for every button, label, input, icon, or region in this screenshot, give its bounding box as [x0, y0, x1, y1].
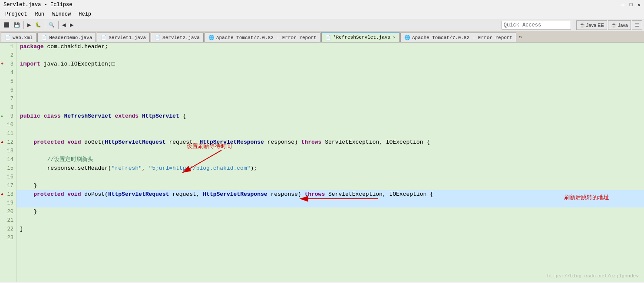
line-9: ◆ 9: [0, 112, 16, 121]
close-button[interactable]: ✕: [637, 2, 641, 8]
line-19: 19: [0, 199, 16, 207]
code-line-6: [17, 86, 644, 95]
code-line-2: [17, 51, 644, 60]
tab-header-demo[interactable]: 📄 HeaderDemo.java: [37, 33, 96, 42]
code-line-7: [17, 95, 644, 103]
tab-servlet2[interactable]: 📄 Servlet2.java: [151, 33, 204, 42]
java-label: Java: [618, 23, 628, 28]
minimize-button[interactable]: —: [621, 2, 624, 8]
tab-tomcat-error2[interactable]: 🌐 Apache Tomcat/7.0.82 - Error report: [400, 33, 516, 42]
tab-overflow-button[interactable]: »: [517, 34, 524, 40]
line-4: 4: [0, 69, 16, 77]
quick-access-box[interactable]: Quick Access: [502, 21, 571, 30]
code-line-8: [17, 103, 644, 112]
tab-bar: 📄 web.xml 📄 HeaderDemo.java 📄 Servlet1.j…: [0, 31, 644, 43]
code-line-23: [17, 234, 644, 242]
title-bar: Servlet.java - Eclipse — □ ✕: [0, 0, 644, 10]
javaee-icon: ☕: [579, 22, 585, 28]
menu-help[interactable]: Help: [75, 10, 95, 18]
javaee-label: Java EE: [586, 23, 604, 28]
code-line-15: response.setHeader("refresh", "5;url=htt…: [17, 164, 644, 173]
tab-icon: 📄: [101, 35, 107, 40]
line-12: ▲ 12: [0, 138, 16, 147]
tab-label: Servlet2.java: [162, 35, 200, 40]
line-8: 8: [0, 103, 16, 112]
menu-project[interactable]: Project: [2, 10, 30, 18]
code-line-1: package com.chakid.header;: [17, 43, 644, 51]
line-16: 16: [0, 173, 16, 181]
code-line-5: [17, 77, 644, 86]
line-1: 1: [0, 43, 16, 51]
tab-close-icon[interactable]: ✕: [393, 35, 396, 40]
tab-label: web.xml: [13, 35, 33, 40]
window-controls: — □ ✕: [621, 2, 641, 8]
tab-label: Apache Tomcat/7.0.82 - Error report: [216, 35, 317, 40]
code-line-13: [17, 147, 644, 155]
tab-label: Apache Tomcat/7.0.82 - Error report: [412, 35, 512, 40]
toolbar-debug[interactable]: 🐛: [33, 20, 43, 30]
line-3: + 3: [0, 60, 16, 69]
toolbar-new[interactable]: ⬛: [2, 20, 11, 30]
line-11: 11: [0, 129, 16, 138]
fold-icon-3[interactable]: +: [1, 60, 3, 69]
code-line-9: public class RefreshServlet extends Http…: [17, 112, 644, 121]
code-line-16: [17, 173, 644, 181]
code-line-20: }: [17, 207, 644, 216]
code-editor[interactable]: package com.chakid.header; import java.i…: [17, 43, 644, 282]
code-line-10: [17, 121, 644, 129]
perspective-more[interactable]: ☰: [632, 20, 642, 30]
line-numbers-gutter: 1 2 + 3 4 5 6 7 8 ◆ 9 10 11 ▲ 12 13 14 1…: [0, 43, 17, 282]
tab-label: HeaderDemo.java: [49, 35, 92, 40]
java-icon: ☕: [611, 22, 617, 28]
code-line-17: }: [17, 181, 644, 190]
line-22: 22: [0, 225, 16, 234]
code-line-12: protected void doGet(HttpServletRequest …: [17, 138, 644, 147]
method-icon-12: ▲: [1, 138, 3, 147]
line-20: 20: [0, 207, 16, 216]
tab-icon: 🌐: [208, 35, 215, 40]
tab-web-xml[interactable]: 📄 web.xml: [1, 33, 36, 42]
code-line-22: }: [17, 225, 644, 234]
menu-window[interactable]: Window: [49, 10, 74, 18]
tab-label: *RefreshServlet.java: [333, 35, 390, 40]
toolbar-forward[interactable]: ▶: [68, 20, 75, 30]
line-18: ▲ 18: [0, 190, 16, 199]
perspective-javaee[interactable]: ☕ Java EE: [576, 20, 607, 30]
window-title: Servlet.java - Eclipse: [3, 2, 72, 8]
toolbar-run[interactable]: ▶: [26, 20, 33, 30]
toolbar-sep-2: [45, 21, 45, 29]
toolbar-save[interactable]: 💾: [12, 20, 22, 30]
line-2: 2: [0, 51, 16, 60]
line-13: 13: [0, 147, 16, 155]
editor-container: 1 2 + 3 4 5 6 7 8 ◆ 9 10 11 ▲ 12 13 14 1…: [0, 43, 644, 282]
tab-tomcat-error1[interactable]: 🌐 Apache Tomcat/7.0.82 - Error report: [205, 33, 320, 42]
tab-icon: 🌐: [404, 35, 410, 40]
line-21: 21: [0, 216, 16, 225]
code-line-11: [17, 129, 644, 138]
tab-servlet1[interactable]: 📄 Servlet1.java: [97, 33, 150, 42]
toolbar-back[interactable]: ◀: [60, 20, 67, 30]
tab-icon: 📄: [155, 35, 161, 40]
quick-access-label: Quick Access: [504, 22, 541, 28]
menu-run[interactable]: Run: [31, 10, 48, 18]
line-7: 7: [0, 95, 16, 103]
tab-refresh-servlet[interactable]: 📄 *RefreshServlet.java ✕: [321, 32, 400, 42]
toolbar-search[interactable]: 🔍: [47, 20, 56, 30]
tab-label: Servlet1.java: [109, 35, 146, 40]
method-icon-18: ▲: [1, 190, 3, 199]
code-line-21: [17, 216, 644, 225]
code-line-4: [17, 69, 644, 77]
line-15: 15: [0, 164, 16, 173]
line-5: 5: [0, 77, 16, 86]
line-10: 10: [0, 121, 16, 129]
tab-icon: 📄: [325, 35, 331, 40]
line-6: 6: [0, 86, 16, 95]
class-icon-9[interactable]: ◆: [1, 112, 3, 121]
maximize-button[interactable]: □: [630, 2, 633, 8]
tab-icon: 📄: [41, 35, 47, 40]
perspective-java[interactable]: ☕ Java: [608, 20, 631, 30]
code-line-3: import java.io.IOException;□: [17, 60, 644, 69]
toolbar-sep-3: [58, 21, 59, 29]
tab-icon: 📄: [5, 35, 11, 40]
code-line-19: [17, 199, 644, 207]
